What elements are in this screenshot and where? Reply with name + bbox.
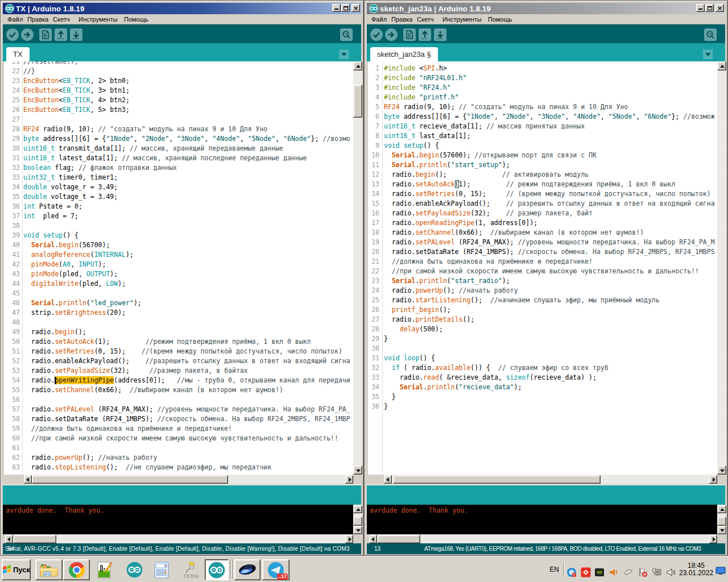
code-line[interactable]: 27 <box>4 115 353 124</box>
code-line[interactable]: 34 Serial.println("recieve_data"); <box>368 383 717 392</box>
serial-monitor-button[interactable] <box>704 28 717 41</box>
code-line[interactable]: 45 <box>4 289 353 298</box>
new-sketch-button[interactable] <box>403 28 416 41</box>
code-line[interactable]: 18 radio.setChannel(0x66); //выбираем ка… <box>368 228 717 238</box>
upload-button[interactable] <box>385 28 398 41</box>
code-line[interactable]: 29byte address[][6] = {"1Node", "2Node",… <box>4 134 353 144</box>
code-line[interactable]: 35 } <box>368 392 717 402</box>
taskbar-button-chrome[interactable] <box>63 559 90 580</box>
code-line[interactable]: 25EncButton<EB_TICK, 4> btn2; <box>4 95 353 105</box>
console-output[interactable]: avrdude done. Thank you. <box>367 505 725 534</box>
code-line[interactable]: 3#include "RF24.h" <box>368 83 717 93</box>
verify-button[interactable] <box>6 28 19 41</box>
menu-2[interactable]: Правка <box>391 16 412 23</box>
code-line[interactable]: 20 radio.setDataRate (RF24_1MBPS); //ско… <box>368 247 717 257</box>
verify-button[interactable] <box>370 28 383 41</box>
code-line[interactable]: 50 radio.setAutoAck(1); //режим подтверж… <box>4 337 353 347</box>
code-line[interactable]: 29} <box>368 334 717 344</box>
editor-vscroll-thumb[interactable] <box>353 85 362 118</box>
code-line[interactable]: 25 radio.startListening(); //начинаем сл… <box>368 296 717 305</box>
code-line[interactable]: 4#include "printf.h" <box>368 93 717 102</box>
code-line[interactable]: 39void setup() { <box>4 231 353 240</box>
code-line[interactable]: 63 radio.stopListening(); //не слушаем р… <box>4 463 353 472</box>
minimize-button[interactable] <box>696 4 705 12</box>
code-line[interactable]: 41 analogReference(INTERNAL); <box>4 250 353 260</box>
menu-1[interactable]: Файл <box>371 16 387 23</box>
menu-4[interactable]: Инструменты <box>442 16 482 23</box>
console-vscroll-thumb[interactable] <box>717 517 726 526</box>
code-line[interactable]: 9void setup() { <box>368 141 717 151</box>
code-line[interactable]: 16 radio.setPayloadSize(32); // размер п… <box>368 209 717 218</box>
code-line[interactable]: 30 <box>368 344 717 354</box>
code-line[interactable]: 23EncButton<EB_TICK, 2> btn0; <box>4 76 353 86</box>
code-editor[interactable]: 1#include <SPI.h>2#include "nRF24L01.h"3… <box>368 61 717 475</box>
editor-vscrollbar[interactable] <box>717 61 726 475</box>
code-line[interactable]: 1#include <SPI.h> <box>368 64 717 73</box>
scroll-up-button[interactable] <box>717 61 726 70</box>
console-scroll-right[interactable] <box>345 535 353 543</box>
code-line[interactable]: 61 <box>4 443 353 453</box>
code-line[interactable]: 8uint16_t last_data[1]; <box>368 131 717 141</box>
code-line[interactable]: 13 radio.setAutoAck(1); // режим подтвер… <box>368 180 717 189</box>
title-bar[interactable]: TX | Arduino 1.8.19 × <box>3 3 361 14</box>
code-line[interactable]: 14 radio.setRetries(0, 15); // (время ме… <box>368 189 717 199</box>
code-line[interactable]: 24 radio.powerUp(); //начать работу <box>368 286 717 296</box>
language-indicator[interactable]: EN <box>549 566 559 573</box>
code-line[interactable]: 27 radio.printDetails(); <box>368 315 717 325</box>
code-line[interactable]: 36} <box>368 402 717 411</box>
quicklaunch-term[interactable]: TERM <box>181 559 201 580</box>
taskbar-button-ufo[interactable] <box>234 559 260 580</box>
start-button[interactable]: Пуск <box>2 559 31 580</box>
code-line[interactable]: 55 radio.setChannel(0x66); //выбираем ка… <box>4 385 353 395</box>
code-line[interactable]: 6byte address[][6] = {"1Node", "2Node", … <box>368 112 717 122</box>
code-line[interactable]: 57 radio.setPALevel (RF24_PA_MAX); //уро… <box>4 405 353 414</box>
new-sketch-button[interactable] <box>39 28 52 41</box>
menu-5[interactable]: Помощь <box>124 16 148 23</box>
tray-network-pc-icon[interactable] <box>652 567 662 577</box>
console-hscroll-thumb[interactable] <box>13 535 56 543</box>
console-hscrollbar[interactable] <box>5 535 353 543</box>
code-line[interactable]: 26EncButton<EB_TICK, 5> btn3; <box>4 105 353 115</box>
menu-1[interactable]: Файл <box>7 16 23 23</box>
code-line[interactable]: 43 pinMode(pled, OUTPUT); <box>4 269 353 279</box>
quicklaunch-calculator[interactable]: 8 <box>153 559 170 580</box>
code-line[interactable]: 33 radio.read( &recieve_data, sizeof(rec… <box>368 373 717 383</box>
tab-list-dropdown[interactable] <box>703 49 713 59</box>
code-line[interactable]: 30uint16_t transmit_data[1]; // массив, … <box>4 144 353 153</box>
code-line[interactable]: 48 <box>4 318 353 327</box>
scroll-right-button[interactable] <box>709 475 717 484</box>
code-line[interactable]: 32boolean flag; // флажок отправки данны… <box>4 163 353 173</box>
code-line[interactable]: 34double voltage_r = 3.49; <box>4 182 353 192</box>
open-sketch-button[interactable] <box>419 28 431 41</box>
tray-downloader-icon[interactable]: 7 <box>566 567 577 577</box>
code-line[interactable]: 7uint16_t recieve_data[1]; // массив при… <box>368 122 717 131</box>
maximize-button[interactable] <box>705 4 714 12</box>
code-line[interactable]: 22//} <box>4 66 353 76</box>
code-line[interactable]: 51 radio.setRetries(0, 15); //(время меж… <box>4 347 353 356</box>
serial-monitor-button[interactable] <box>340 28 353 41</box>
menu-5[interactable]: Помощь <box>488 16 512 23</box>
editor-vscrollbar[interactable] <box>353 61 362 475</box>
code-line[interactable]: 5RF24 radio(9, 10); // "создать" модуль … <box>368 102 717 112</box>
scroll-left-button[interactable] <box>24 475 32 484</box>
menu-4[interactable]: Инструменты <box>78 16 118 23</box>
code-line[interactable]: 49 radio.begin(); <box>4 327 353 337</box>
console-scroll-down[interactable] <box>353 526 362 534</box>
menu-3[interactable]: Скетч <box>417 16 433 23</box>
code-line[interactable]: 11 Serial.println("start_setup"); <box>368 160 717 170</box>
code-line[interactable]: 56 <box>4 395 353 405</box>
code-line[interactable]: 22 //при самой низкой скорости имеем сам… <box>368 267 717 276</box>
quicklaunch-arduino[interactable] <box>125 559 143 580</box>
title-bar[interactable]: sketch_jan23a | Arduino 1.8.19 × <box>367 3 725 14</box>
taskbar-button-telegram[interactable]: ..17 <box>262 559 289 580</box>
code-line[interactable]: 19 radio.setPALevel (RF24_PA_MAX); //уро… <box>368 238 717 247</box>
tray-network-error-icon[interactable] <box>638 567 648 577</box>
code-line[interactable]: 52 radio.enableAckPayload(); //разрешить… <box>4 356 353 366</box>
maximize-button[interactable] <box>341 4 350 12</box>
scroll-right-button[interactable] <box>345 475 353 484</box>
tab-list-dropdown[interactable] <box>339 49 349 59</box>
code-line[interactable]: 35double voltage_t = 3.49; <box>4 192 353 202</box>
code-line[interactable]: 59 //должна быть одинакова на приёмнике … <box>4 424 353 434</box>
clock-date[interactable]: 23.01.2022 <box>679 569 713 577</box>
code-line[interactable]: 23 Serial.println("start_radio"); <box>368 276 717 286</box>
